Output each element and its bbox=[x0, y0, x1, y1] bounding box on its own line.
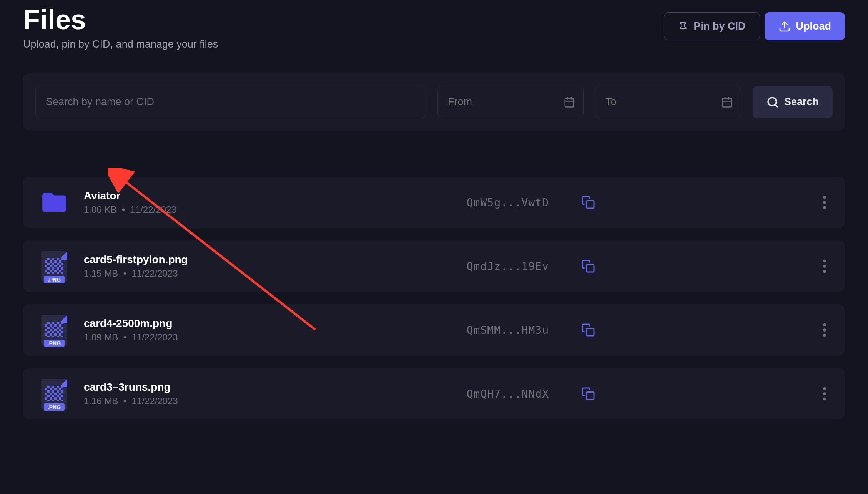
file-meta: 1.06 KB • 11/22/2023 bbox=[84, 204, 435, 215]
svg-point-24 bbox=[823, 328, 826, 332]
more-actions-button[interactable] bbox=[820, 320, 830, 340]
svg-rect-22 bbox=[587, 328, 594, 336]
svg-rect-26 bbox=[587, 392, 594, 400]
search-icon bbox=[767, 96, 779, 108]
file-name: card4-2500m.png bbox=[84, 317, 435, 330]
page-title: Files bbox=[23, 4, 218, 35]
svg-rect-14 bbox=[587, 201, 594, 209]
upload-icon bbox=[778, 20, 791, 33]
svg-point-21 bbox=[823, 270, 826, 273]
pin-by-cid-label: Pin by CID bbox=[693, 20, 745, 32]
file-meta: 1.15 MB • 11/22/2023 bbox=[84, 268, 435, 279]
folder-icon bbox=[38, 187, 70, 217]
file-cid: QmW5g...VwtD bbox=[449, 196, 549, 209]
upload-label: Upload bbox=[796, 20, 831, 32]
file-cid: QmQH7...NNdX bbox=[449, 388, 549, 400]
ext-badge: .PNG bbox=[44, 403, 65, 411]
upload-button[interactable]: Upload bbox=[765, 12, 845, 40]
file-row[interactable]: Aviator 1.06 KB • 11/22/2023 QmW5g...Vwt… bbox=[23, 177, 845, 228]
date-from-input[interactable] bbox=[437, 86, 584, 118]
file-icon: .PNG bbox=[38, 379, 70, 409]
date-to-input[interactable] bbox=[595, 86, 741, 118]
svg-point-19 bbox=[823, 260, 826, 263]
file-meta: 1.09 MB • 11/22/2023 bbox=[84, 332, 435, 343]
svg-point-15 bbox=[823, 196, 826, 199]
file-name: card5-firstpylon.png bbox=[84, 254, 435, 266]
file-meta: 1.16 MB • 11/22/2023 bbox=[84, 396, 435, 406]
file-cid: QmSMM...HM3u bbox=[449, 324, 549, 337]
svg-point-17 bbox=[823, 206, 826, 209]
file-row[interactable]: .PNG card4-2500m.png 1.09 MB • 11/22/202… bbox=[23, 304, 845, 356]
svg-point-28 bbox=[823, 392, 826, 395]
file-cid: QmdJz...19Ev bbox=[449, 260, 549, 273]
svg-point-23 bbox=[823, 323, 826, 327]
file-row[interactable]: .PNG card5-firstpylon.png 1.15 MB • 11/2… bbox=[23, 240, 845, 292]
pin-by-cid-button[interactable]: Pin by CID bbox=[664, 12, 760, 40]
search-button-label: Search bbox=[784, 96, 819, 108]
file-list: Aviator 1.06 KB • 11/22/2023 QmW5g...Vwt… bbox=[23, 177, 845, 419]
page-subtitle: Upload, pin by CID, and manage your file… bbox=[23, 38, 218, 50]
pin-icon bbox=[678, 21, 688, 32]
file-name: card3–3runs.png bbox=[84, 381, 435, 393]
ext-badge: .PNG bbox=[44, 340, 65, 347]
search-bar: Search bbox=[23, 73, 845, 131]
svg-point-16 bbox=[823, 201, 826, 204]
search-input[interactable] bbox=[35, 86, 426, 118]
file-icon: .PNG bbox=[38, 315, 70, 345]
more-actions-button[interactable] bbox=[820, 384, 830, 404]
svg-point-27 bbox=[823, 387, 826, 390]
more-actions-button[interactable] bbox=[820, 192, 830, 212]
copy-cid-button[interactable] bbox=[578, 320, 598, 340]
file-icon: .PNG bbox=[38, 251, 70, 281]
svg-rect-18 bbox=[587, 265, 594, 272]
svg-point-20 bbox=[823, 265, 826, 268]
svg-point-29 bbox=[823, 398, 826, 401]
search-button[interactable]: Search bbox=[753, 86, 833, 118]
file-row[interactable]: .PNG card3–3runs.png 1.16 MB • 11/22/202… bbox=[23, 368, 845, 419]
copy-cid-button[interactable] bbox=[578, 256, 598, 276]
file-name: Aviator bbox=[84, 190, 435, 202]
copy-cid-button[interactable] bbox=[578, 192, 598, 212]
more-actions-button[interactable] bbox=[820, 256, 830, 276]
svg-line-11 bbox=[775, 104, 777, 107]
copy-cid-button[interactable] bbox=[578, 384, 598, 404]
ext-badge: .PNG bbox=[44, 276, 65, 283]
svg-point-25 bbox=[823, 334, 826, 337]
